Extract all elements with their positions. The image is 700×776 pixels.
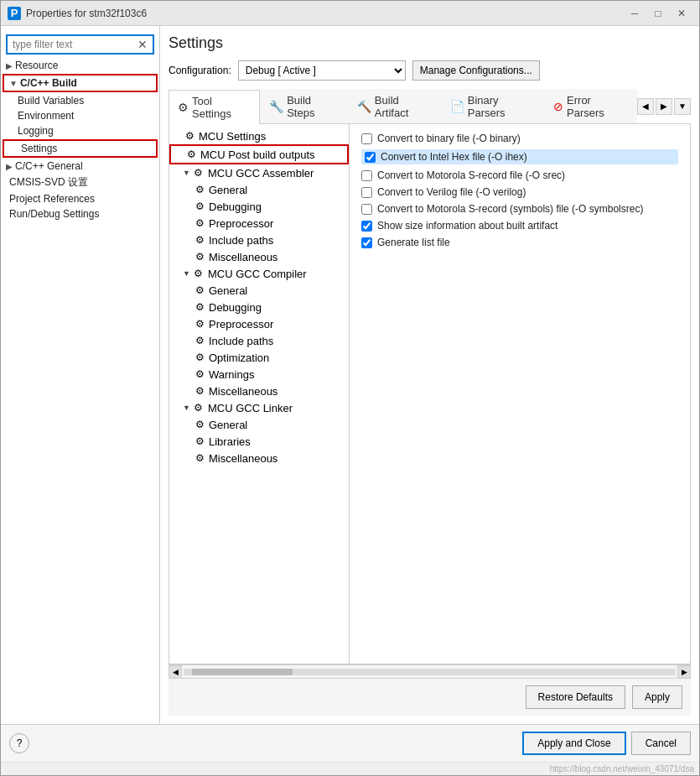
apply-button[interactable]: Apply (632, 685, 682, 709)
scroll-track[interactable] (184, 669, 676, 675)
ct-asm-preprocessor[interactable]: ⚙ Preprocessor (169, 215, 349, 232)
tab-binary-parsers[interactable]: 📄 Binary Parsers (441, 89, 544, 123)
expand-arrow-icon: ▼ (183, 404, 190, 412)
convert-binary-label: Convert to binary file (-O binary) (377, 133, 521, 144)
sidebar-item-cmsis-svd[interactable]: CMSIS-SVD 设置 (1, 174, 159, 191)
ct-mcu-post-build[interactable]: ⚙ MCU Post build outputs (169, 144, 349, 164)
tab-build-artifact[interactable]: 🔨 Build Artifact (348, 89, 441, 123)
ct-linker-libraries[interactable]: ⚙ Libraries (169, 433, 349, 450)
sidebar-item-cc-general[interactable]: ▶ C/C++ General (1, 159, 159, 174)
ct-asm-debugging[interactable]: ⚙ Debugging (169, 198, 349, 215)
horizontal-scrollbar[interactable]: ◀ ▶ (169, 664, 691, 678)
gcc-general-icon: ⚙ (193, 284, 206, 297)
convert-srec-sym-label: Convert to Motorola S-record (symbols) f… (377, 203, 643, 215)
sidebar-item-logging[interactable]: Logging (1, 123, 159, 138)
app-icon: P (8, 7, 21, 20)
mcu-gcc-compiler-icon: ⚙ (192, 267, 205, 280)
convert-verilog-label: Convert to Verilog file (-O verilog) (377, 186, 526, 198)
sidebar-item-environment[interactable]: Environment (1, 108, 159, 123)
ct-asm-misc[interactable]: ⚙ Miscellaneous (169, 248, 349, 265)
generate-list-checkbox[interactable] (361, 237, 372, 248)
maximize-button[interactable]: □ (647, 5, 669, 22)
build-steps-icon: 🔧 (269, 100, 283, 113)
mcu-settings-icon: ⚙ (183, 129, 196, 143)
sidebar-item-build-variables[interactable]: Build Variables (1, 93, 159, 108)
build-artifact-icon: 🔨 (357, 100, 371, 113)
tab-nav-right-button[interactable]: ▶ (656, 98, 672, 115)
scroll-right-button[interactable]: ▶ (677, 665, 691, 679)
minimize-button[interactable]: ─ (624, 5, 646, 22)
convert-srec-sym-checkbox[interactable] (361, 204, 372, 215)
filter-clear-icon[interactable]: ✕ (137, 38, 148, 51)
content-area: ⚙ MCU Settings ⚙ MCU Post build outputs … (169, 124, 691, 664)
mcu-gcc-assembler-icon: ⚙ (192, 166, 205, 180)
ct-item-label: Miscellaneous (209, 452, 277, 465)
ct-linker-general[interactable]: ⚙ General (169, 416, 349, 433)
sidebar-item-label: C/C++ Build (20, 77, 77, 89)
asm-misc-icon: ⚙ (193, 250, 206, 263)
option-convert-srec: Convert to Motorola S-record file (-O sr… (361, 169, 678, 181)
ct-asm-include-paths[interactable]: ⚙ Include paths (169, 232, 349, 248)
show-size-checkbox[interactable] (361, 221, 372, 232)
linker-libraries-icon: ⚙ (193, 435, 206, 448)
tab-build-steps[interactable]: 🔧 Build Steps (260, 89, 348, 123)
ct-gcc-preprocessor[interactable]: ⚙ Preprocessor (169, 315, 349, 332)
convert-srec-checkbox[interactable] (361, 170, 372, 181)
tool-settings-icon: ⚙ (178, 101, 189, 114)
watermark: https://blog.csdn.net/weixin_43071/dsa (1, 762, 699, 775)
restore-defaults-button[interactable]: Restore Defaults (526, 685, 625, 709)
convert-ihex-checkbox[interactable] (365, 152, 376, 163)
asm-include-paths-icon: ⚙ (193, 233, 206, 247)
ct-asm-general[interactable]: ⚙ General (169, 181, 349, 198)
ct-gcc-optimization[interactable]: ⚙ Optimization (169, 349, 349, 366)
ct-item-label: Libraries (209, 435, 251, 448)
tab-label: Build Artifact (375, 94, 432, 119)
cancel-button[interactable]: Cancel (631, 732, 691, 755)
sidebar-item-run-debug[interactable]: Run/Debug Settings (1, 206, 159, 221)
sidebar-item-settings[interactable]: Settings (3, 139, 158, 158)
tab-nav-left-button[interactable]: ◀ (637, 98, 654, 115)
filter-input-container[interactable]: ✕ (6, 34, 154, 55)
apply-and-close-button[interactable]: Apply and Close (522, 732, 625, 755)
ct-item-label: Include paths (209, 234, 273, 247)
tab-tool-settings[interactable]: ⚙ Tool Settings (169, 90, 260, 124)
ct-item-label: Optimization (209, 352, 269, 364)
config-select[interactable]: Debug [ Active ] (238, 60, 406, 81)
sidebar-item-project-references[interactable]: Project References (1, 191, 159, 206)
ct-item-label: Debugging (209, 201, 262, 213)
ct-mcu-gcc-linker[interactable]: ▼ ⚙ MCU GCC Linker (169, 399, 349, 416)
convert-srec-label: Convert to Motorola S-record file (-O sr… (377, 169, 565, 181)
ct-mcu-gcc-compiler[interactable]: ▼ ⚙ MCU GCC Compiler (169, 265, 349, 282)
ct-gcc-debugging[interactable]: ⚙ Debugging (169, 299, 349, 315)
gcc-debugging-icon: ⚙ (193, 300, 206, 314)
filter-row: ✕ (1, 31, 159, 58)
sidebar-item-cc-build[interactable]: ▼ C/C++ Build (3, 74, 158, 92)
close-button[interactable]: ✕ (671, 5, 692, 22)
scroll-left-button[interactable]: ◀ (169, 665, 182, 679)
options-area: Convert to binary file (-O binary) Conve… (350, 124, 690, 664)
tab-nav-down-button[interactable]: ▼ (674, 98, 691, 115)
ct-item-label: General (209, 184, 247, 196)
convert-verilog-checkbox[interactable] (361, 187, 372, 198)
sidebar-item-resource[interactable]: ▶ Resource (1, 58, 159, 73)
ct-gcc-include-paths[interactable]: ⚙ Include paths (169, 332, 349, 349)
ct-item-label: Miscellaneous (209, 251, 277, 263)
tab-label: Error Parsers (567, 94, 628, 119)
ct-gcc-misc[interactable]: ⚙ Miscellaneous (169, 383, 349, 399)
expand-arrow-icon: ▼ (183, 269, 190, 278)
manage-configurations-button[interactable]: Manage Configurations... (412, 60, 540, 81)
binary-parsers-icon: 📄 (450, 100, 464, 113)
option-generate-list: Generate list file (361, 237, 678, 248)
ct-gcc-warnings[interactable]: ⚙ Warnings (169, 366, 349, 383)
tab-error-parsers[interactable]: ⊘ Error Parsers (544, 89, 637, 123)
filter-text-input[interactable] (13, 39, 137, 50)
ct-mcu-gcc-assembler[interactable]: ▼ ⚙ MCU GCC Assembler (169, 164, 349, 181)
gcc-include-paths-icon: ⚙ (193, 334, 206, 347)
mcu-post-build-icon: ⚙ (184, 148, 198, 161)
convert-binary-checkbox[interactable] (361, 133, 372, 144)
help-button[interactable]: ? (9, 733, 29, 753)
ct-linker-misc[interactable]: ⚙ Miscellaneous (169, 450, 349, 466)
ct-mcu-settings[interactable]: ⚙ MCU Settings (169, 128, 349, 144)
ct-gcc-general[interactable]: ⚙ General (169, 282, 349, 299)
expand-arrow-icon: ▼ (183, 169, 190, 177)
